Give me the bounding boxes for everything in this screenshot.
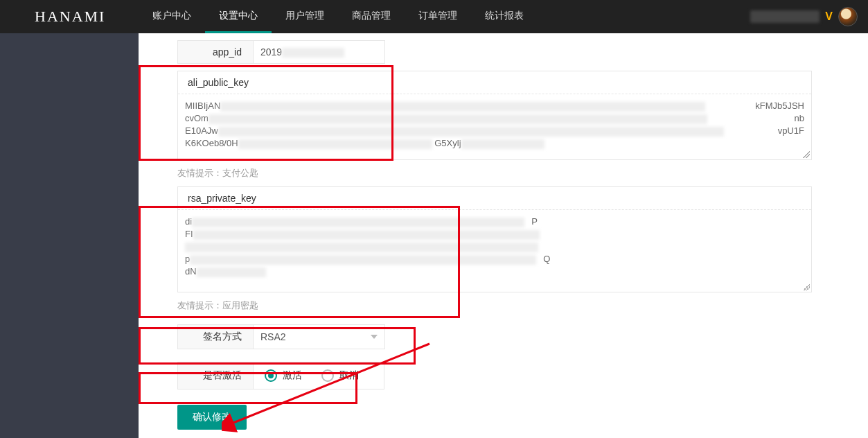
nav-menu: 账户中心 设置中心 用户管理 商品管理 订单管理 统计报表 xyxy=(139,0,538,33)
blur-segment xyxy=(185,243,538,252)
sign-method-select[interactable]: RSA2 xyxy=(254,324,385,349)
private-key-label: rsa_private_key xyxy=(178,187,811,210)
blur-segment xyxy=(220,102,705,112)
nav-orders[interactable]: 订单管理 xyxy=(405,0,471,33)
blur-segment xyxy=(192,218,524,227)
sk-line: dN xyxy=(185,266,197,277)
radio-cancel-label[interactable]: 取消 xyxy=(339,369,359,382)
app-id-value: 2019 xyxy=(260,46,282,58)
sk-line: FI xyxy=(185,229,193,239)
public-key-label: ali_public_key xyxy=(178,71,811,94)
content: app_id 2019 ali_public_key MIIBIjANkFMJb… xyxy=(139,33,868,438)
avatar[interactable] xyxy=(838,7,858,26)
private-key-textarea[interactable]: diP FI pQ dN xyxy=(178,210,811,292)
pk-tail: nb xyxy=(795,112,804,125)
app-id-row: app_id 2019 xyxy=(177,40,854,64)
pk-tail: kFMJb5JSH xyxy=(755,100,804,112)
resize-handle[interactable] xyxy=(803,151,810,158)
pk-line: MIIBIjAN xyxy=(185,100,220,111)
radio-activate[interactable] xyxy=(265,369,277,382)
radio-cancel[interactable] xyxy=(321,369,334,382)
blur-segment xyxy=(218,127,724,137)
nav-reports[interactable]: 统计报表 xyxy=(471,0,538,33)
sidebar: ◀ xyxy=(0,33,139,438)
sign-method-row: 签名方式 RSA2 xyxy=(177,324,854,349)
blur-segment xyxy=(209,114,707,124)
nav-settings[interactable]: 设置中心 xyxy=(205,0,272,33)
chevron-down-icon xyxy=(371,335,378,339)
pk-mid: G5Xylj xyxy=(434,138,461,148)
blur-segment xyxy=(461,139,544,149)
radio-activate-label[interactable]: 激活 xyxy=(283,369,302,382)
hint-pubkey: 友情提示：支付公匙 xyxy=(177,167,854,179)
sign-method-value: RSA2 xyxy=(260,331,286,342)
hint-privkey: 友情提示：应用密匙 xyxy=(177,299,854,312)
activate-label: 是否激活 xyxy=(177,362,254,389)
nav-account[interactable]: 账户中心 xyxy=(139,0,205,33)
sk-line: p xyxy=(185,254,190,264)
private-key-box: rsa_private_key diP FI pQ dN xyxy=(177,186,812,292)
activate-row: 是否激活 激活 取消 xyxy=(177,362,854,389)
submit-button[interactable]: 确认修改 xyxy=(177,405,247,430)
brand-logo: HANAMI xyxy=(0,0,139,33)
pk-tail: vpU1F xyxy=(778,125,804,137)
pk-line: cvOm xyxy=(185,113,209,123)
blur-segment xyxy=(193,230,540,240)
blur-segment xyxy=(238,139,432,149)
pk-line: E10AJw xyxy=(185,125,218,136)
public-key-box: ali_public_key MIIBIjANkFMJb5JSH cvOmnb … xyxy=(177,71,812,160)
nav-users[interactable]: 用户管理 xyxy=(272,0,338,33)
public-key-textarea[interactable]: MIIBIjANkFMJb5JSH cvOmnb E10AJwvpU1F K6K… xyxy=(178,94,811,159)
blur-segment xyxy=(197,268,266,277)
pk-line: K6KOeb8/0H xyxy=(185,138,238,148)
sign-method-label: 签名方式 xyxy=(177,324,254,349)
nav-products[interactable]: 商品管理 xyxy=(338,0,405,33)
topbar: HANAMI 账户中心 设置中心 用户管理 商品管理 订单管理 统计报表 V xyxy=(0,0,868,33)
resize-handle[interactable] xyxy=(803,283,810,290)
app-id-label: app_id xyxy=(177,40,254,64)
blur-segment xyxy=(190,255,536,265)
app-id-input[interactable]: 2019 xyxy=(254,40,385,64)
username-blurred xyxy=(750,10,820,23)
sk-side: P xyxy=(531,216,538,227)
sk-side: Q xyxy=(543,254,550,264)
blur-segment xyxy=(282,48,344,58)
user-badge: V xyxy=(825,10,833,23)
user-box[interactable]: V xyxy=(750,0,868,33)
sk-line: di xyxy=(185,216,192,227)
